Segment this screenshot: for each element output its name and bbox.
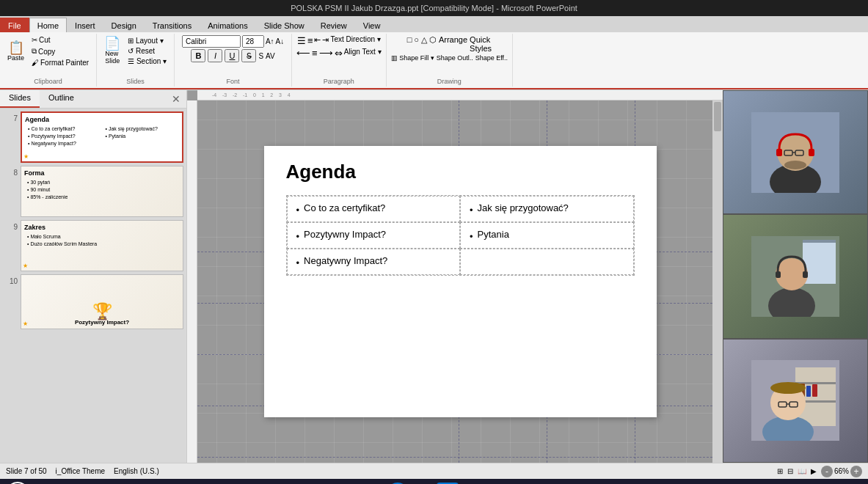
char-spacing-button[interactable]: AV [266, 52, 275, 60]
bullets-button[interactable]: ☰ [297, 35, 306, 46]
slide-num-8: 8 [3, 169, 18, 177]
font-size-decrease[interactable]: A↓ [276, 37, 285, 45]
shape-4[interactable]: ⬡ [429, 35, 437, 53]
agenda-cell-1: • Co to za certyfikat? [287, 196, 461, 222]
bullet-4: • Pytania [470, 229, 624, 242]
webcam-1 [723, 90, 868, 214]
shape-effects-button[interactable]: Shape Eff.. [475, 54, 508, 62]
align-text-button[interactable]: Align Text ▾ [344, 48, 382, 59]
webcam-person-1 [723, 91, 867, 213]
bullet-5: • Negatywny Impact? [296, 255, 451, 268]
slide-preview-10[interactable]: 🏆 Pozytywny Impact? ★ [21, 274, 183, 329]
slide-9-star: ★ [23, 263, 28, 269]
align-right[interactable]: ⟶ [319, 48, 333, 59]
font-name-input[interactable] [182, 35, 241, 48]
window-title: POLSKA PSM II Jakub Drzazga.ppt [Compati… [291, 4, 577, 12]
numbering-button[interactable]: ≡ [307, 35, 313, 46]
vertical-scrollbar[interactable] [712, 100, 723, 463]
view-slide-sorter[interactable]: ⊟ [787, 467, 793, 475]
tab-file[interactable]: File [0, 18, 29, 32]
format-painter-button[interactable]: 🖌 Format Painter [29, 58, 92, 67]
font-group: A↑ A↓ B I U S̶ S AV Font [175, 34, 292, 87]
shape-1[interactable]: □ [407, 35, 412, 53]
slide-preview-9[interactable]: Zakres • Mało Scruma • Dużo czaółów Scri… [21, 220, 183, 271]
shape-outline-button[interactable]: Shape Outl.. [437, 54, 473, 62]
font-shadow-button[interactable]: S [258, 52, 263, 60]
align-left[interactable]: ⟵ [296, 48, 310, 59]
ribbon: File Home Insert Design Transitions Anim… [0, 16, 868, 90]
section-button[interactable]: ☰ Section ▾ [125, 56, 169, 66]
tab-review[interactable]: Review [313, 18, 355, 32]
main-canvas[interactable]: -4 -3 -2 -1 0 1 2 3 4 Agenda [187, 90, 723, 463]
bullet-dot-5: • [296, 257, 300, 268]
slide-canvas[interactable]: Agenda • Co to za certyfikat? • Jak się … [264, 146, 657, 417]
cut-button[interactable]: ✂ Cut [29, 35, 92, 45]
slide-thumb-8[interactable]: 8 Forma • 30 pytań • 90 minut • 85% - za… [3, 166, 183, 217]
indent-decrease[interactable]: ⇤ [314, 35, 321, 46]
clipboard-label: Clipboard [34, 76, 62, 85]
align-center[interactable]: ≡ [312, 48, 318, 59]
slide-num-10: 10 [3, 277, 18, 285]
shape-2[interactable]: ○ [414, 35, 419, 53]
arrange-button[interactable]: Arrange [439, 35, 467, 53]
text-direction-button[interactable]: Text Direction ▾ [330, 35, 380, 46]
svg-rect-22 [812, 384, 817, 397]
theme-name: i_Office Theme [56, 467, 105, 475]
indent-increase[interactable]: ⇥ [322, 35, 329, 46]
tab-animations[interactable]: Animations [200, 18, 255, 32]
shape-3[interactable]: △ [421, 35, 427, 53]
bullet-dot-4: • [470, 231, 473, 242]
status-bar: Slide 7 of 50 i_Office Theme English (U.… [0, 463, 868, 479]
zoom-out-button[interactable]: - [821, 466, 833, 477]
status-right: ⊞ ⊟ 📖 ▶ - 66% + [777, 466, 862, 477]
paragraph-group: ☰ ≡ ⇤ ⇥ Text Direction ▾ ⟵ ≡ ⟶ ⇔ Align T… [292, 34, 387, 87]
zoom-in-button[interactable]: + [850, 466, 862, 477]
panel-tabs: Slides Outline ✕ [0, 90, 186, 109]
layout-button[interactable]: ⊞ Layout ▾ [125, 36, 169, 45]
slides-label: Slides [126, 76, 145, 85]
tab-home[interactable]: Home [29, 18, 67, 32]
zoom-level: 66% [834, 467, 849, 475]
font-size-input[interactable] [242, 35, 264, 48]
paste-button[interactable]: 📋 Paste [4, 40, 27, 63]
bold-button[interactable]: B [191, 49, 205, 62]
new-slide-button[interactable]: 📄 NewSlide [101, 35, 123, 66]
reset-button[interactable]: ↺ Reset [125, 46, 169, 56]
slide-preview-8[interactable]: Forma • 30 pytań • 90 minut • 85% - zali… [21, 166, 183, 217]
tab-view[interactable]: View [355, 18, 389, 32]
close-panel-button[interactable]: ✕ [166, 90, 186, 108]
ribbon-content: 📋 Paste ✂ Cut ⧉ Copy 🖌 Format Painter [0, 32, 868, 89]
bullet-dot-2: • [470, 205, 473, 216]
slide-thumb-10[interactable]: 10 🏆 Pozytywny Impact? ★ [3, 274, 183, 329]
italic-button[interactable]: I [208, 49, 222, 62]
tab-slide-show[interactable]: Slide Show [256, 18, 313, 32]
tab-design[interactable]: Design [103, 18, 145, 32]
webcam-person-3 [723, 340, 867, 462]
svg-rect-10 [803, 240, 836, 284]
view-normal[interactable]: ⊞ [777, 467, 783, 475]
svg-point-25 [770, 382, 806, 394]
strikethrough-button[interactable]: S̶ [241, 49, 256, 62]
scrollbar-thumb[interactable] [714, 102, 721, 131]
slide-preview-7[interactable]: Agenda • Co to za certyfikat? • Pozytywn… [21, 111, 183, 163]
slide-thumb-9[interactable]: 9 Zakres • Mało Scruma • Dużo czaółów Sc… [3, 220, 183, 271]
view-slideshow[interactable]: ▶ [811, 467, 817, 475]
slides-tab[interactable]: Slides [0, 90, 40, 108]
tab-insert[interactable]: Insert [67, 18, 103, 32]
view-reading[interactable]: 📖 [798, 467, 806, 475]
outline-tab[interactable]: Outline [40, 90, 83, 108]
shape-fill-button[interactable]: ▥ Shape Fill ▾ [391, 54, 434, 62]
svg-point-8 [784, 161, 806, 169]
slide-thumb-7[interactable]: 7 Agenda • Co to za certyfikat? • Pozyty… [3, 111, 183, 163]
agenda-cell-6 [460, 249, 634, 275]
underline-button[interactable]: U [225, 49, 239, 62]
justify[interactable]: ⇔ [335, 48, 343, 59]
slide-panel: Slides Outline ✕ 7 Agenda • Co to za cer… [0, 90, 187, 463]
copy-button[interactable]: ⧉ Copy [29, 46, 92, 56]
slide-10-title: Pozytywny Impact? [21, 319, 183, 326]
font-size-increase[interactable]: A↑ [266, 37, 274, 45]
agenda-cell-4: • Pytania [460, 222, 634, 249]
quick-styles-button[interactable]: QuickStyles [470, 35, 492, 53]
para-row-2: ⟵ ≡ ⟶ ⇔ Align Text ▾ [296, 48, 382, 59]
tab-transitions[interactable]: Transitions [145, 18, 200, 32]
